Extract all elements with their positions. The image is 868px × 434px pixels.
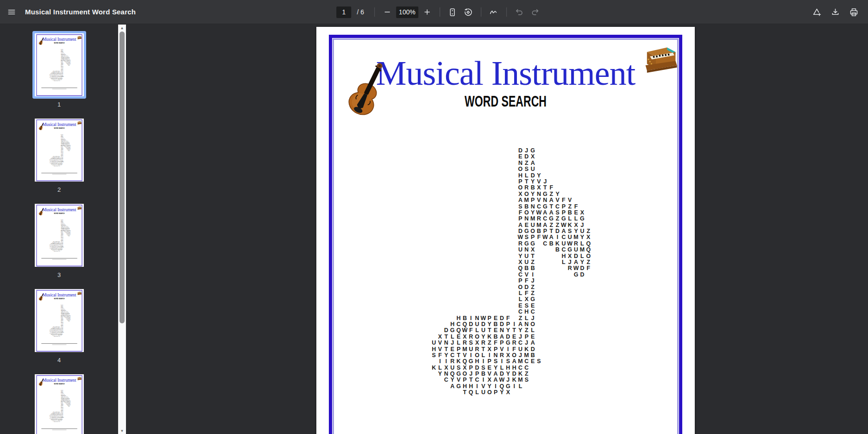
fit-to-page-icon bbox=[448, 7, 458, 17]
sidebar-scrollbar[interactable]: ▲ ▼ bbox=[118, 25, 126, 434]
word-list-text bbox=[41, 428, 77, 429]
puzzle-row: XUZ LJAYZ bbox=[431, 258, 591, 264]
puzzle-row: UNX BCGUMQ bbox=[431, 245, 591, 251]
puzzle-row: PNMRCGZGLLG bbox=[431, 214, 591, 220]
print-button[interactable] bbox=[847, 5, 861, 19]
harmonium-image bbox=[76, 36, 81, 40]
puzzle-row: CHC bbox=[431, 307, 591, 313]
undo-button bbox=[512, 5, 526, 19]
puzzle-row: OSU bbox=[431, 164, 591, 170]
word-list-text bbox=[52, 430, 66, 430]
puzzle-row: ORBXTF bbox=[431, 183, 591, 189]
word-list-text bbox=[41, 343, 77, 344]
document-title-toolbar: Musical Instrument Word Search bbox=[25, 8, 136, 16]
puzzle-row: AMPVNAVFV bbox=[431, 195, 591, 201]
puzzle-row: IIRKQGHIPSISAMCES bbox=[431, 357, 591, 363]
puzzle-row: SBNCGTCPZF bbox=[431, 202, 591, 208]
puzzle-row: YUT HXDLO bbox=[431, 252, 591, 258]
puzzle-row: SFYCTVIOLINRXOJMB bbox=[431, 351, 591, 357]
word-list-text bbox=[41, 258, 77, 258]
puzzle-row: TQLUOPYX bbox=[50, 251, 70, 252]
puzzle-row: TQLUOPYX bbox=[50, 421, 70, 422]
puzzle-row: LXG bbox=[431, 295, 591, 301]
word-list-text bbox=[41, 88, 77, 88]
save-to-drive-button[interactable] bbox=[810, 5, 824, 19]
puzzle-row: DJG bbox=[431, 146, 591, 152]
thumbnail-item: Musical Instrument WORD SEARCH bbox=[35, 204, 84, 278]
thumbnail-page-1[interactable]: Musical Instrument WORD SEARCH bbox=[35, 33, 84, 96]
puzzle-row: NZA bbox=[431, 158, 591, 164]
scrollbar-up-arrow[interactable]: ▲ bbox=[118, 25, 126, 31]
toolbar-divider bbox=[481, 7, 481, 17]
thumbnail-page-number: 2 bbox=[57, 186, 61, 193]
violin-image bbox=[38, 38, 44, 45]
puzzle-row: FOYWAASPBEX bbox=[431, 208, 591, 214]
draw-annotate-icon bbox=[489, 7, 499, 17]
puzzle-row: PTYVJ bbox=[431, 177, 591, 183]
thumbnail-page-2[interactable]: Musical Instrument WORD SEARCH bbox=[35, 119, 84, 182]
toolbar-divider bbox=[506, 7, 507, 17]
draw-annotate-button[interactable] bbox=[487, 5, 501, 19]
harmonium-image bbox=[76, 377, 81, 381]
violin-image bbox=[38, 293, 44, 301]
pdf-toolbar: Musical Instrument Word Search / 6 100% bbox=[0, 0, 868, 24]
download-icon bbox=[830, 7, 840, 17]
scrollbar-thumb[interactable] bbox=[120, 31, 125, 323]
puzzle-row: CYVPTCIXAWJKMS bbox=[431, 375, 591, 381]
zoom-in-icon bbox=[422, 7, 432, 17]
violin-image bbox=[38, 123, 44, 131]
redo-icon bbox=[530, 7, 540, 17]
word-search-grid: DJG EDX NZA OSU HLDY PTYVJ ORBXTF XOYNGZ… bbox=[50, 219, 70, 252]
menu-button[interactable] bbox=[5, 5, 19, 19]
violin-image bbox=[38, 378, 44, 386]
word-search-grid: DJG EDX NZA OSU HLDY PTYVJ ORBXTF XOYNGZ… bbox=[50, 134, 70, 166]
page-count-label: / 6 bbox=[357, 8, 364, 16]
puzzle-row: TQLUOPYX bbox=[50, 80, 70, 81]
puzzle-row: WSPFWAICUMYX bbox=[431, 233, 591, 239]
harmonium-image bbox=[76, 291, 81, 296]
violin-image bbox=[343, 58, 394, 120]
puzzle-row: DGOBPTDASYUZ bbox=[431, 226, 591, 233]
thumbnail-page-3[interactable]: Musical Instrument WORD SEARCH bbox=[35, 204, 84, 267]
redo-button bbox=[528, 5, 542, 19]
document-viewport[interactable]: Musical Instrument WORD SEARCH bbox=[134, 25, 868, 434]
rotate-counterclockwise-button[interactable] bbox=[461, 5, 475, 19]
thumbnail-sidebar: Musical Instrument WORD SEARCH bbox=[0, 25, 126, 434]
word-search-grid: DJG EDX NZA OSU HLDY PTYVJ ORBXTF XOYNGZ… bbox=[50, 49, 70, 81]
word-list-text bbox=[41, 173, 77, 173]
word-search-grid: DJG EDX NZA OSU HLDY PTYVJ ORBXTF XOYNGZ… bbox=[50, 304, 70, 337]
puzzle-row: YNQGOJPBVADYDKZ bbox=[431, 369, 591, 375]
puzzle-row: EDX bbox=[431, 152, 591, 158]
zoom-out-button[interactable] bbox=[380, 5, 394, 19]
thumbnail-list: Musical Instrument WORD SEARCH bbox=[0, 25, 118, 434]
pdf-page-1: Musical Instrument WORD SEARCH bbox=[316, 27, 695, 434]
word-list-text bbox=[52, 345, 66, 345]
thumbnail-page-5[interactable]: Musical Instrument WORD SEARCH bbox=[35, 374, 84, 434]
puzzle-row: UVNJLRSXRZFPGRCJA bbox=[431, 338, 591, 344]
word-list-text bbox=[52, 174, 66, 175]
thumbnail-page-4[interactable]: Musical Instrument WORD SEARCH bbox=[35, 289, 84, 352]
thumbnail-item: Musical Instrument WORD SEARCH bbox=[35, 33, 84, 108]
download-button[interactable] bbox=[828, 5, 842, 19]
word-search-grid: DJG EDX NZA OSU HLDY PTYVJ ORBXTF XOYNGZ… bbox=[431, 146, 591, 394]
puzzle-row: HVTEPMURTXPVIFUKD bbox=[431, 345, 591, 351]
puzzle-row: AEUMAZZWKXJ bbox=[431, 220, 591, 226]
puzzle-row: HLDY bbox=[431, 171, 591, 177]
thumbnail-page-number: 1 bbox=[57, 101, 61, 108]
thumbnail-item: Musical Instrument WORD SEARCH bbox=[35, 119, 84, 193]
puzzle-row: DGQWFLUTENYTYZL bbox=[431, 326, 591, 332]
puzzle-row: HCQDUDYBDPIANO bbox=[431, 320, 591, 326]
puzzle-row: ESE bbox=[431, 301, 591, 307]
word-list-text bbox=[52, 89, 66, 89]
zoom-in-button[interactable] bbox=[420, 5, 434, 19]
thumbnail-item: Musical Instrument WORD SEARCH bbox=[35, 374, 84, 434]
thumbnail-item: Musical Instrument WORD SEARCH bbox=[35, 289, 84, 364]
scrollbar-down-arrow[interactable]: ▼ bbox=[118, 428, 126, 434]
fit-to-page-button[interactable] bbox=[446, 5, 459, 19]
violin-image bbox=[38, 208, 44, 216]
page-number-input[interactable] bbox=[336, 6, 351, 18]
zoom-level-control[interactable]: 100% bbox=[396, 6, 418, 18]
toolbar-divider bbox=[374, 7, 375, 17]
print-icon bbox=[849, 7, 859, 17]
thumbnail-page-number: 3 bbox=[57, 271, 61, 278]
